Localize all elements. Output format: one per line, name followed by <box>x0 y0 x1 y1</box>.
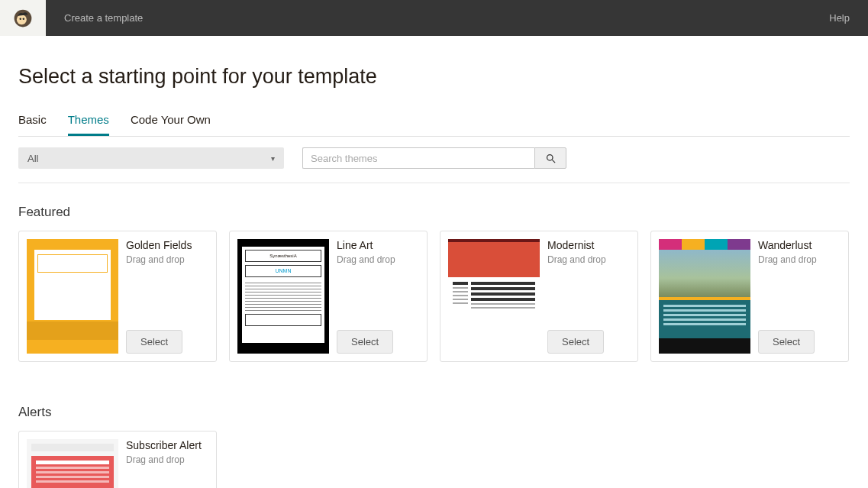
search-wrap <box>302 147 566 169</box>
card-title: Wanderlust <box>758 239 841 251</box>
select-button[interactable]: Select <box>758 330 815 354</box>
svg-point-4 <box>547 154 553 160</box>
tabs: Basic Themes Code Your Own <box>18 113 850 137</box>
help-link[interactable]: Help <box>829 12 868 24</box>
divider <box>18 183 850 183</box>
template-card-wanderlust: Wanderlust Drag and drop Select <box>650 231 849 362</box>
tab-basic[interactable]: Basic <box>18 113 47 136</box>
card-subtitle: Drag and drop <box>126 454 208 465</box>
card-title: Subscriber Alert <box>126 439 208 451</box>
tab-code-your-own[interactable]: Code Your Own <box>131 113 211 136</box>
svg-line-5 <box>552 160 555 163</box>
filter-row: All ▾ <box>18 147 850 169</box>
search-button[interactable] <box>534 147 566 169</box>
card-title: Golden Fields <box>126 239 208 251</box>
svg-point-3 <box>23 18 24 19</box>
template-thumbnail <box>27 439 118 488</box>
template-thumbnail <box>659 239 750 354</box>
template-thumbnail: SynæsthesiA UNMN <box>237 239 329 354</box>
search-icon <box>545 153 557 164</box>
top-bar: Create a template Help <box>0 0 868 36</box>
category-dropdown[interactable]: All ▾ <box>18 147 284 169</box>
mailchimp-logo[interactable] <box>0 0 46 36</box>
svg-point-1 <box>17 15 27 24</box>
select-button[interactable]: Select <box>547 330 604 354</box>
card-subtitle: Drag and drop <box>337 254 419 265</box>
alerts-grid: Subscriber Alert Drag and drop <box>18 431 850 488</box>
search-input[interactable] <box>302 147 534 169</box>
svg-point-2 <box>20 18 21 19</box>
tab-themes[interactable]: Themes <box>68 113 109 136</box>
section-heading-alerts: Alerts <box>18 405 850 420</box>
template-card-subscriber-alert: Subscriber Alert Drag and drop <box>18 431 217 488</box>
template-thumbnail <box>27 239 118 354</box>
card-subtitle: Drag and drop <box>547 254 630 265</box>
page-content: Select a starting point for your templat… <box>0 36 868 488</box>
template-card-golden-fields: Golden Fields Drag and drop Select <box>18 231 217 362</box>
page-title: Select a starting point for your templat… <box>18 65 850 89</box>
select-button[interactable]: Select <box>337 330 393 354</box>
card-subtitle: Drag and drop <box>126 254 208 265</box>
card-title: Line Art <box>337 239 419 251</box>
card-title: Modernist <box>547 239 630 251</box>
featured-grid: Golden Fields Drag and drop Select Synæs… <box>18 231 850 362</box>
template-card-line-art: SynæsthesiA UNMN Line Art Drag and drop … <box>229 231 428 362</box>
template-card-modernist: Modernist Drag and drop Select <box>440 231 638 362</box>
breadcrumb[interactable]: Create a template <box>46 12 829 24</box>
section-heading-featured: Featured <box>18 205 850 220</box>
chevron-down-icon: ▾ <box>271 154 275 163</box>
dropdown-value: All <box>27 153 38 164</box>
card-subtitle: Drag and drop <box>758 254 841 265</box>
select-button[interactable]: Select <box>126 330 182 354</box>
template-thumbnail <box>448 239 540 354</box>
